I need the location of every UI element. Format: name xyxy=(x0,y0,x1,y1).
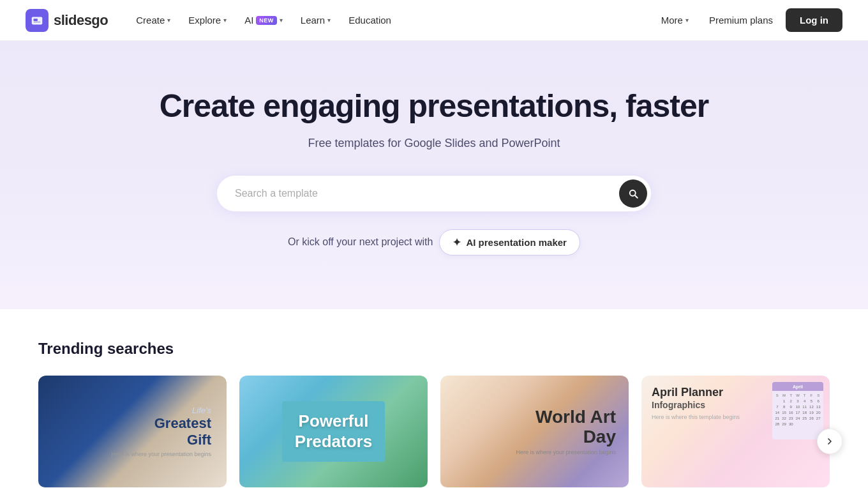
svg-rect-2 xyxy=(34,21,41,22)
hero-title: Create engaging presentations, faster xyxy=(160,88,708,125)
search-button[interactable] xyxy=(619,179,647,208)
carousel-next-button[interactable] xyxy=(817,429,842,454)
nav-link-ai[interactable]: AI NEW ▾ xyxy=(237,10,290,31)
nav-link-learn[interactable]: Learn ▾ xyxy=(293,10,338,31)
logo-icon xyxy=(26,9,49,32)
navbar: slidesgo Create ▾ Explore ▾ AI NEW ▾ Lea… xyxy=(0,0,868,41)
editors-choice-thumbnail: World ArtDay Here is where your presenta… xyxy=(440,376,629,487)
svg-rect-1 xyxy=(34,19,38,21)
ai-cta-prefix: Or kick off your next project with xyxy=(288,236,433,248)
trending-card-editors-choice[interactable]: World ArtDay Here is where your presenta… xyxy=(440,376,629,488)
logo[interactable]: slidesgo xyxy=(26,9,108,32)
slidesclass-thumbnail: PowerfulPredators xyxy=(239,376,428,487)
nav-link-explore[interactable]: Explore ▾ xyxy=(181,10,234,31)
nav-link-explore-label: Explore xyxy=(188,15,221,26)
nav-link-create[interactable]: Create ▾ xyxy=(128,10,178,31)
ai-maker-button-label: AI presentation maker xyxy=(466,237,567,248)
spring-thumbnail: April Planner Infographics Here is where… xyxy=(641,376,830,487)
nav-link-education-label: Education xyxy=(348,15,391,26)
logo-text: slidesgo xyxy=(54,12,108,29)
trending-card-disney[interactable]: Life's GreatestGift Here is where your p… xyxy=(38,376,227,488)
spring-calendar-graphic: April S M T W T F S 1 2 xyxy=(772,382,823,439)
trending-section: Trending searches Life's GreatestGift He… xyxy=(0,309,868,488)
trending-card-slidesclass[interactable]: PowerfulPredators Slidesclass 247 templa… xyxy=(239,376,428,488)
nav-link-create-label: Create xyxy=(136,15,165,26)
ai-new-badge: NEW xyxy=(256,16,277,25)
nav-link-ai-label: AI xyxy=(244,15,253,26)
trending-card-spring[interactable]: April Planner Infographics Here is where… xyxy=(641,376,830,488)
premium-plans-link[interactable]: Premium plans xyxy=(707,10,775,31)
disney-thumb-text: Life's GreatestGift Here is where your p… xyxy=(111,406,211,458)
ai-presentation-maker-button[interactable]: ✦ AI presentation maker xyxy=(439,229,580,255)
sparkle-icon: ✦ xyxy=(453,236,461,248)
log-in-button[interactable]: Log in xyxy=(786,8,842,32)
search-input[interactable] xyxy=(235,188,619,199)
trending-title: Trending searches xyxy=(38,340,830,358)
nav-link-learn-label: Learn xyxy=(301,15,325,26)
disney-thumbnail: Life's GreatestGift Here is where your p… xyxy=(38,376,227,487)
nav-link-more[interactable]: More ▾ xyxy=(654,10,696,31)
chevron-down-icon: ▾ xyxy=(685,17,689,24)
hero-section: Create engaging presentations, faster Fr… xyxy=(0,41,868,309)
ai-cta: Or kick off your next project with ✦ AI … xyxy=(288,229,580,255)
hero-subtitle: Free templates for Google Slides and Pow… xyxy=(308,137,560,150)
nav-right: More ▾ Premium plans Log in xyxy=(654,8,842,32)
chevron-down-icon: ▾ xyxy=(167,17,170,24)
nav-link-more-label: More xyxy=(661,15,683,26)
nav-links: Create ▾ Explore ▾ AI NEW ▾ Learn ▾ Educ… xyxy=(128,10,399,31)
nav-left: slidesgo Create ▾ Explore ▾ AI NEW ▾ Lea… xyxy=(26,9,399,32)
trending-grid: Life's GreatestGift Here is where your p… xyxy=(38,376,830,488)
chevron-down-icon: ▾ xyxy=(223,17,227,24)
search-bar xyxy=(217,176,651,211)
chevron-down-icon: ▾ xyxy=(327,17,331,24)
nav-link-education[interactable]: Education xyxy=(341,10,399,31)
chevron-down-icon: ▾ xyxy=(280,17,283,24)
